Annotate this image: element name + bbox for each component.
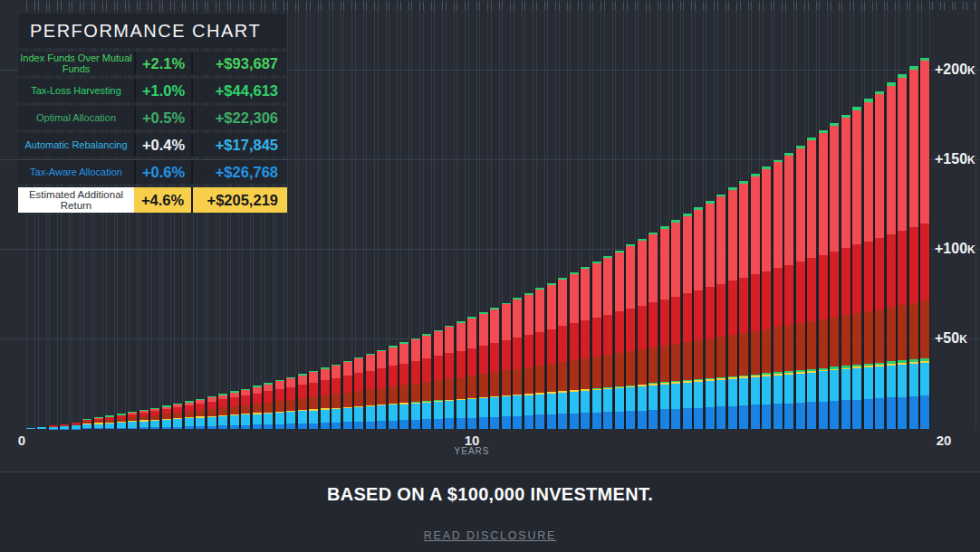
bar-year-13.25[interactable] — [615, 251, 624, 429]
bar-year-7.75[interactable] — [366, 354, 375, 429]
legend-row-tax-aware-allocation[interactable]: Tax-Aware Allocation +0.6% +$26,768 — [18, 160, 287, 184]
bar-year-10.00[interactable] — [467, 317, 476, 429]
bar-year-9.25[interactable] — [434, 330, 443, 429]
y-tick-value: +200 — [935, 62, 967, 77]
bar-year-4.50[interactable] — [218, 394, 227, 429]
bar-year-2.00[interactable] — [105, 415, 114, 429]
bar-year-13.75[interactable] — [638, 239, 647, 429]
bar-year-6.75[interactable] — [321, 367, 330, 429]
bar-segment-index-funds-red — [864, 242, 873, 311]
bar-year-1.00[interactable] — [60, 424, 69, 429]
bar-year-8.00[interactable] — [377, 350, 386, 429]
bar-year-4.25[interactable] — [207, 396, 216, 429]
bar-year-14.75[interactable] — [683, 214, 692, 429]
grid-tick — [298, 2, 307, 10]
legend-row-tax-loss-harvesting[interactable]: Tax-Loss Harvesting +1.0% +$44,613 — [18, 79, 287, 102]
bar-year-4.00[interactable] — [196, 399, 205, 429]
bar-segment-tax-loss-harvesting-deep — [535, 366, 544, 393]
bar-year-3.75[interactable] — [185, 401, 194, 429]
bar-year-10.25[interactable] — [479, 312, 488, 429]
legend-row-optimal-allocation[interactable]: Optimal Allocation +0.5% +$22,306 — [18, 106, 287, 129]
bar-year-18.50[interactable] — [852, 107, 861, 429]
grid-tick — [321, 2, 330, 10]
bar-year-3.00[interactable] — [150, 408, 159, 429]
bar-segment-index-funds-light-red — [784, 156, 793, 265]
bar-segment-automatic-rebalancing — [26, 428, 35, 429]
bar-year-11.75[interactable] — [547, 283, 556, 429]
bar-year-15.50[interactable] — [716, 195, 725, 429]
bar-year-17.00[interactable] — [784, 153, 793, 429]
bar-year-2.50[interactable] — [128, 412, 137, 429]
bar-year-18.25[interactable] — [841, 115, 850, 429]
grid-tick — [38, 2, 47, 10]
bar-year-7.50[interactable] — [354, 357, 363, 429]
bar-year-3.50[interactable] — [173, 404, 182, 429]
bar-year-18.75[interactable] — [864, 99, 873, 429]
bar-year-17.25[interactable] — [796, 146, 805, 429]
bar-year-8.75[interactable] — [411, 338, 420, 429]
bar-year-15.25[interactable] — [706, 201, 715, 429]
bar-year-19.75[interactable] — [909, 66, 918, 429]
bar-year-9.50[interactable] — [445, 326, 454, 429]
bar-year-12.25[interactable] — [570, 272, 579, 429]
bar-year-12.75[interactable] — [592, 262, 601, 429]
bar-year-16.00[interactable] — [739, 181, 748, 429]
bar-year-7.00[interactable] — [331, 365, 341, 430]
grid-tick — [638, 2, 647, 10]
grid-tick — [660, 2, 669, 10]
read-disclosure-link[interactable]: READ DISCLOSURE — [424, 529, 556, 542]
bar-year-5.50[interactable] — [264, 383, 273, 429]
bar-year-1.75[interactable] — [94, 417, 103, 429]
bar-year-12.50[interactable] — [581, 267, 590, 429]
legend-row-automatic-rebalancing[interactable]: Automatic Rebalancing +0.4% +$17,845 — [18, 133, 287, 157]
bar-year-14.50[interactable] — [671, 220, 680, 429]
bar-year-0.25[interactable] — [26, 428, 35, 429]
bar-year-18.00[interactable] — [830, 123, 839, 430]
grid-tick — [26, 2, 35, 10]
bar-year-16.25[interactable] — [751, 174, 760, 429]
legend-row-index-funds[interactable]: Index Funds Over Mutual Funds +2.1% +$93… — [18, 52, 287, 75]
bar-year-1.25[interactable] — [72, 423, 81, 429]
legend-row-estimated-additional-return[interactable]: Estimated Additional Return +4.6% +$205,… — [18, 187, 287, 213]
bar-year-9.00[interactable] — [422, 334, 431, 429]
bar-year-8.25[interactable] — [389, 346, 398, 429]
bar-year-19.00[interactable] — [875, 91, 884, 429]
bar-year-13.00[interactable] — [603, 256, 612, 429]
bar-year-19.25[interactable] — [887, 82, 896, 429]
bar-year-11.25[interactable] — [524, 293, 533, 429]
bar-year-8.50[interactable] — [399, 342, 408, 429]
bar-year-15.75[interactable] — [728, 187, 737, 429]
bar-year-0.75[interactable] — [49, 425, 58, 429]
bar-year-10.50[interactable] — [490, 308, 499, 429]
bar-year-2.75[interactable] — [139, 410, 149, 429]
bar-year-13.50[interactable] — [626, 244, 635, 429]
grid-tick — [536, 2, 545, 10]
bar-year-4.75[interactable] — [230, 391, 239, 429]
bar-year-2.25[interactable] — [117, 414, 126, 429]
bar-year-6.25[interactable] — [298, 374, 307, 429]
bar-year-14.25[interactable] — [660, 226, 669, 429]
bar-year-14.00[interactable] — [649, 233, 658, 429]
bar-year-11.50[interactable] — [535, 288, 544, 429]
bar-year-5.00[interactable] — [241, 389, 250, 430]
bar-year-19.50[interactable] — [898, 74, 907, 429]
bar-year-3.25[interactable] — [162, 405, 171, 429]
bar-year-17.50[interactable] — [807, 138, 816, 429]
bar-year-12.00[interactable] — [558, 278, 567, 429]
bar-year-10.75[interactable] — [502, 303, 511, 429]
bar-year-16.50[interactable] — [762, 167, 771, 429]
bar-segment-index-funds-red — [185, 405, 194, 412]
bar-year-5.25[interactable] — [253, 385, 262, 429]
bar-year-1.50[interactable] — [82, 419, 91, 429]
bar-year-16.75[interactable] — [773, 160, 783, 429]
bar-year-15.00[interactable] — [694, 207, 703, 429]
bar-year-5.75[interactable] — [275, 380, 284, 429]
bar-year-0.50[interactable] — [37, 427, 46, 429]
bar-year-6.50[interactable] — [309, 371, 318, 429]
bar-year-20.00[interactable] — [920, 58, 929, 429]
bar-year-9.75[interactable] — [456, 321, 466, 429]
bar-year-7.25[interactable] — [343, 361, 352, 429]
bar-year-6.00[interactable] — [286, 377, 295, 429]
bar-year-17.75[interactable] — [819, 130, 828, 429]
bar-year-11.00[interactable] — [513, 298, 522, 429]
